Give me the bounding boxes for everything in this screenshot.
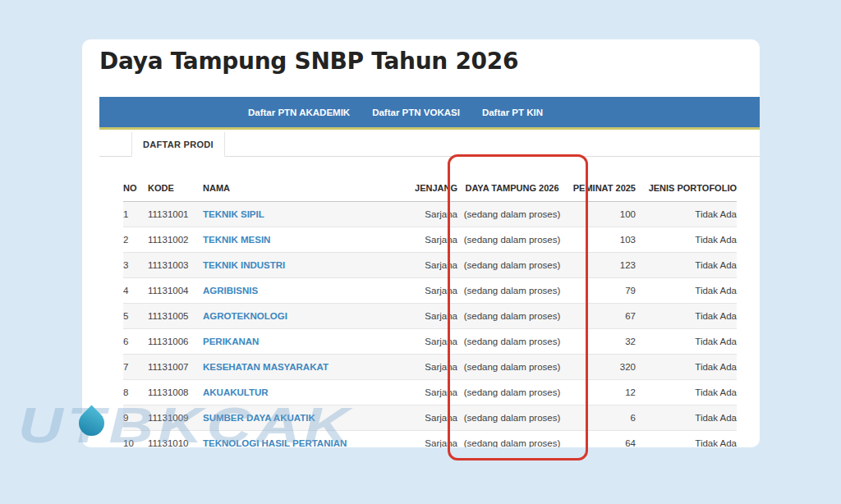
cell-peminat: 100: [567, 202, 636, 227]
cell-jenis-portofolio: Tidak Ada: [636, 278, 737, 304]
cell-no: 7: [123, 355, 148, 380]
cell-jenjang: Sarjana: [411, 278, 457, 304]
prodi-link[interactable]: TEKNIK MESIN: [203, 235, 270, 245]
nav-item-daftar-pt-kin[interactable]: Daftar PT KIN: [482, 108, 543, 117]
prodi-link[interactable]: SUMBER DAYA AKUATIK: [203, 413, 315, 423]
cell-jenis-portofolio: Tidak Ada: [636, 355, 737, 380]
table-row: 4 11131004 AGRIBISNIS Sarjana (sedang da…: [123, 278, 737, 304]
cell-nama: TEKNIK INDUSTRI: [203, 253, 411, 278]
cell-jenjang: Sarjana: [411, 227, 457, 253]
prodi-table: NO KODE NAMA JENJANG DAYA TAMPUNG 2026 P…: [123, 174, 737, 447]
cell-jenjang: Sarjana: [411, 405, 457, 431]
cell-peminat: 320: [567, 355, 636, 380]
cell-no: 9: [123, 405, 148, 431]
cell-jenjang: Sarjana: [411, 431, 457, 448]
cell-jenis-portofolio: Tidak Ada: [636, 380, 737, 405]
table-row: 3 11131003 TEKNIK INDUSTRI Sarjana (seda…: [123, 253, 737, 278]
cell-peminat: 79: [567, 278, 636, 304]
column-header-nama: NAMA: [203, 174, 411, 202]
cell-jenis-portofolio: Tidak Ada: [636, 405, 737, 431]
cell-jenjang: Sarjana: [411, 329, 457, 355]
column-header-kode: KODE: [148, 174, 203, 202]
cell-nama: TEKNIK MESIN: [203, 227, 411, 253]
cell-peminat: 6: [567, 405, 636, 431]
tab-daftar-prodi[interactable]: DAFTAR PRODI: [131, 132, 225, 157]
prodi-link[interactable]: TEKNIK SIPIL: [203, 209, 264, 219]
column-header-jenjang: JENJANG: [411, 174, 457, 202]
content-card: Daya Tampung SNBP Tahun 2026 Daftar PTN …: [82, 39, 760, 447]
table-row: 6 11131006 PERIKANAN Sarjana (sedang dal…: [123, 329, 737, 355]
table-row: 1 11131001 TEKNIK SIPIL Sarjana (sedang …: [123, 202, 737, 227]
cell-jenis-portofolio: Tidak Ada: [636, 202, 737, 227]
prodi-link[interactable]: KESEHATAN MASYARAKAT: [203, 362, 329, 372]
cell-daya-tampung: (sedang dalam proses): [457, 202, 567, 227]
column-header-no: NO: [123, 174, 148, 202]
cell-no: 10: [123, 431, 148, 448]
cell-jenis-portofolio: Tidak Ada: [636, 431, 737, 448]
cell-no: 2: [123, 227, 148, 253]
page-title: Daya Tampung SNBP Tahun 2026: [99, 48, 518, 75]
cell-daya-tampung: (sedang dalam proses): [457, 405, 567, 431]
table-row: 9 11131009 SUMBER DAYA AKUATIK Sarjana (…: [123, 405, 737, 431]
cell-kode: 11131007: [148, 355, 203, 380]
cell-daya-tampung: (sedang dalam proses): [457, 380, 567, 405]
cell-no: 3: [123, 253, 148, 278]
cell-daya-tampung: (sedang dalam proses): [457, 355, 567, 380]
cell-nama: AGRIBISNIS: [203, 278, 411, 304]
prodi-link[interactable]: AKUAKULTUR: [203, 387, 269, 397]
cell-jenjang: Sarjana: [411, 380, 457, 405]
prodi-link[interactable]: AGRIBISNIS: [203, 286, 258, 296]
column-header-jenis-portofolio: JENIS PORTOFOLIO: [636, 174, 737, 202]
table-row: 8 11131008 AKUAKULTUR Sarjana (sedang da…: [123, 380, 737, 405]
cell-nama: PERIKANAN: [203, 329, 411, 355]
cell-daya-tampung: (sedang dalam proses): [457, 253, 567, 278]
cell-no: 1: [123, 202, 148, 227]
cell-daya-tampung: (sedang dalam proses): [457, 227, 567, 253]
cell-kode: 11131004: [148, 278, 203, 304]
cell-jenis-portofolio: Tidak Ada: [636, 227, 737, 253]
cell-nama: TEKNOLOGI HASIL PERTANIAN: [203, 431, 411, 448]
cell-daya-tampung: (sedang dalam proses): [457, 304, 567, 329]
cell-kode: 11131006: [148, 329, 203, 355]
cell-jenis-portofolio: Tidak Ada: [636, 304, 737, 329]
cell-peminat: 67: [567, 304, 636, 329]
prodi-link[interactable]: PERIKANAN: [203, 337, 259, 346]
cell-kode: 11131002: [148, 227, 203, 253]
cell-jenjang: Sarjana: [411, 202, 457, 227]
prodi-link[interactable]: TEKNOLOGI HASIL PERTANIAN: [203, 438, 347, 447]
cell-daya-tampung: (sedang dalam proses): [457, 278, 567, 304]
cell-daya-tampung: (sedang dalam proses): [457, 329, 567, 355]
table-row: 7 11131007 KESEHATAN MASYARAKAT Sarjana …: [123, 355, 737, 380]
cell-jenjang: Sarjana: [411, 253, 457, 278]
cell-nama: KESEHATAN MASYARAKAT: [203, 355, 411, 380]
column-header-daya-tampung: DAYA TAMPUNG 2026: [457, 174, 567, 202]
cell-jenjang: Sarjana: [411, 304, 457, 329]
cell-jenis-portofolio: Tidak Ada: [636, 329, 737, 355]
cell-daya-tampung: (sedang dalam proses): [457, 431, 567, 448]
cell-jenjang: Sarjana: [411, 355, 457, 380]
prodi-table-body: 1 11131001 TEKNIK SIPIL Sarjana (sedang …: [123, 202, 737, 448]
cell-nama: AKUAKULTUR: [203, 380, 411, 405]
cell-nama: TEKNIK SIPIL: [203, 202, 411, 227]
cell-nama: SUMBER DAYA AKUATIK: [203, 405, 411, 431]
prodi-link[interactable]: AGROTEKNOLOGI: [203, 311, 287, 321]
cell-peminat: 64: [567, 431, 636, 448]
cell-kode: 11131010: [148, 431, 203, 448]
nav-item-daftar-ptn-vokasi[interactable]: Daftar PTN VOKASI: [372, 108, 460, 117]
cell-kode: 11131003: [148, 253, 203, 278]
table-row: 2 11131002 TEKNIK MESIN Sarjana (sedang …: [123, 227, 737, 253]
prodi-link[interactable]: TEKNIK INDUSTRI: [203, 260, 285, 270]
cell-peminat: 32: [567, 329, 636, 355]
cell-peminat: 103: [567, 227, 636, 253]
cell-no: 8: [123, 380, 148, 405]
cell-kode: 11131008: [148, 380, 203, 405]
cell-kode: 11131009: [148, 405, 203, 431]
nav-item-daftar-ptn-akademik[interactable]: Daftar PTN AKADEMIK: [248, 108, 350, 117]
cell-no: 5: [123, 304, 148, 329]
column-header-peminat: PEMINAT 2025: [567, 174, 636, 202]
table-row: 10 11131010 TEKNOLOGI HASIL PERTANIAN Sa…: [123, 431, 737, 448]
cell-peminat: 12: [567, 380, 636, 405]
cell-nama: AGROTEKNOLOGI: [203, 304, 411, 329]
cell-kode: 11131001: [148, 202, 203, 227]
table-row: 5 11131005 AGROTEKNOLOGI Sarjana (sedang…: [123, 304, 737, 329]
